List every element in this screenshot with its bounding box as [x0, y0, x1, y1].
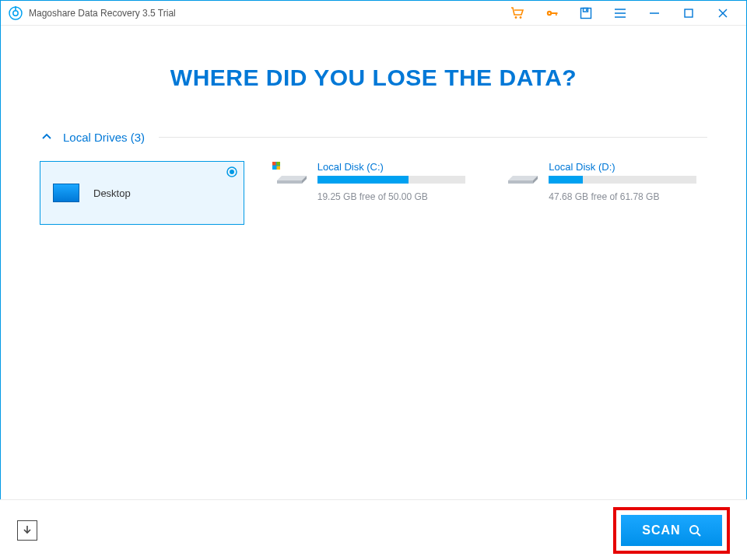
disk-name: Local Disk (D:)	[549, 161, 696, 173]
footer: SCAN	[0, 499, 747, 560]
svg-rect-25	[276, 166, 280, 170]
section-header-local-drives[interactable]: Local Drives (3)	[40, 130, 707, 144]
import-button[interactable]	[17, 520, 37, 541]
disk-icon	[503, 162, 538, 184]
svg-point-4	[520, 16, 522, 19]
usage-bar	[317, 176, 465, 184]
scan-button-highlight: SCAN	[613, 507, 730, 554]
svg-marker-27	[277, 180, 302, 184]
window-title: Magoshare Data Recovery 3.5 Trial	[29, 8, 176, 19]
svg-rect-23	[276, 162, 280, 166]
save-icon[interactable]	[569, 1, 603, 26]
svg-point-3	[515, 16, 517, 19]
svg-rect-11	[586, 9, 587, 11]
section-divider	[159, 137, 707, 138]
section-label: Local Drives (3)	[63, 131, 145, 144]
svg-point-20	[230, 170, 234, 174]
usage-bar-fill	[549, 176, 582, 184]
minimize-icon[interactable]	[637, 1, 672, 26]
svg-line-34	[697, 533, 700, 536]
disk-name: Local Disk (C:)	[317, 161, 465, 173]
disk-free-text: 47.68 GB free of 61.78 GB	[549, 191, 707, 202]
svg-rect-24	[272, 166, 276, 170]
scan-button-label: SCAN	[642, 523, 680, 537]
svg-rect-2	[15, 6, 16, 10]
usage-bar	[549, 176, 696, 184]
selected-radio-icon	[226, 166, 237, 177]
disk-icon	[272, 162, 307, 184]
close-icon[interactable]	[706, 1, 740, 26]
drive-label: Desktop	[93, 187, 131, 199]
titlebar: Magoshare Data Recovery 3.5 Trial	[1, 1, 746, 26]
main-content: WHERE DID YOU LOSE THE DATA? Local Drive…	[1, 26, 746, 225]
key-icon[interactable]	[535, 1, 569, 26]
disk-free-text: 19.25 GB free of 50.00 GB	[317, 191, 476, 202]
cart-icon[interactable]	[500, 1, 535, 26]
svg-rect-22	[272, 162, 276, 166]
svg-rect-10	[584, 8, 588, 12]
titlebar-left: Magoshare Data Recovery 3.5 Trial	[9, 6, 176, 20]
svg-rect-8	[556, 12, 557, 16]
drive-card-desktop[interactable]: Desktop	[40, 161, 244, 225]
titlebar-right	[500, 1, 740, 26]
desktop-icon	[53, 184, 79, 202]
maximize-icon[interactable]	[672, 1, 706, 26]
drives-row: Desktop Local	[40, 161, 707, 225]
svg-marker-29	[508, 176, 538, 180]
scan-button[interactable]: SCAN	[621, 515, 722, 546]
menu-icon[interactable]	[603, 1, 637, 26]
chevron-up-icon	[40, 130, 54, 144]
svg-point-6	[549, 12, 550, 13]
search-icon	[689, 524, 701, 537]
drive-card-c[interactable]: Local Disk (C:) 19.25 GB free of 50.00 G…	[272, 161, 476, 225]
drive-card-d[interactable]: Local Disk (D:) 47.68 GB free of 61.78 G…	[503, 161, 707, 225]
svg-marker-26	[277, 176, 307, 180]
usage-bar-fill	[317, 176, 409, 184]
svg-point-1	[13, 10, 18, 15]
svg-marker-30	[508, 180, 533, 184]
app-logo-icon	[9, 6, 23, 20]
svg-point-33	[690, 526, 698, 534]
svg-rect-16	[685, 9, 693, 17]
page-headline: WHERE DID YOU LOSE THE DATA?	[40, 65, 707, 91]
